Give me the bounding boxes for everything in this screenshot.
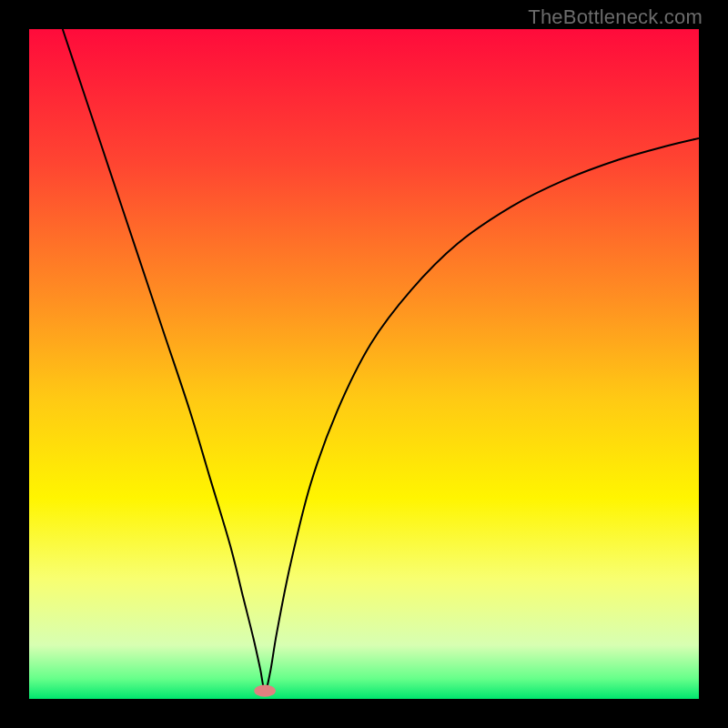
watermark-text: TheBottleneck.com bbox=[528, 5, 703, 29]
optimal-point-marker bbox=[254, 685, 276, 697]
chart-frame: TheBottleneck.com bbox=[0, 0, 728, 728]
curve-layer bbox=[29, 29, 699, 699]
plot-area bbox=[29, 29, 699, 699]
bottleneck-curve bbox=[63, 29, 699, 691]
